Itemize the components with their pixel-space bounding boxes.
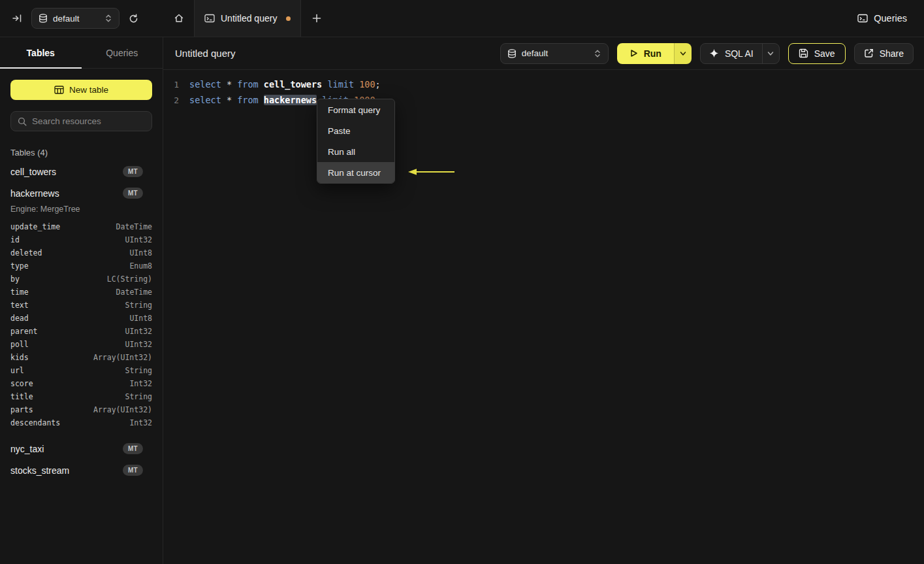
search-input[interactable] [32,116,145,126]
column-type: String [125,392,152,401]
context-menu-item[interactable]: Run at cursor [317,162,394,183]
hackernews-columns: update_timeDateTimeidUInt32deletedUInt8t… [10,220,152,429]
share-button[interactable]: Share [854,43,914,64]
column-row[interactable]: descendantsInt32 [10,416,152,429]
column-name: by [10,274,20,284]
column-name: score [10,379,33,388]
column-row[interactable]: textString [10,299,152,312]
new-tab-icon[interactable] [301,0,332,37]
table-name: stocks_stream [10,465,69,476]
column-row[interactable]: scoreInt32 [10,377,152,390]
database-icon [39,14,48,23]
new-table-button[interactable]: New table [10,80,152,100]
context-menu-item[interactable]: Format query [317,99,394,120]
table-row-cell-towers[interactable]: cell_towers MT [10,161,152,182]
unsaved-changes-dot [286,16,291,21]
context-menu-item[interactable]: Paste [317,120,394,141]
editor-line[interactable]: 1select * from cell_towers limit 100; [163,76,924,92]
chevron-updown-icon [104,14,112,23]
column-name: kids [10,353,29,362]
table-row-stocks-stream[interactable]: stocks_stream MT [10,459,152,481]
column-row[interactable]: update_timeDateTime [10,220,152,233]
search-icon [18,117,27,126]
code-token [354,79,359,90]
column-row[interactable]: urlString [10,364,152,377]
topbar-left-section: default [0,8,163,29]
save-button[interactable]: Save [788,43,846,64]
column-name: dead [10,314,29,323]
collapse-sidebar-icon[interactable] [12,13,22,24]
column-type: Array(UInt32) [93,405,152,414]
column-name: url [10,366,24,375]
query-database-selector[interactable]: default [500,43,609,64]
topbar-right-section: Queries [857,13,924,24]
column-row[interactable]: pollUInt32 [10,338,152,351]
column-row[interactable]: timeDateTime [10,286,152,299]
main-area: Untitled query default [163,37,924,564]
column-name: descendants [10,418,60,427]
code-token [259,95,264,105]
code-token: from [237,95,259,105]
table-row-hackernews[interactable]: hackernews MT [10,182,152,204]
engine-badge: MT [123,443,143,454]
column-type: DateTime [116,222,152,231]
save-icon [799,48,808,58]
sql-editor[interactable]: 1select * from cell_towers limit 100;2se… [163,70,924,108]
sidebar-tab-queries[interactable]: Queries [82,37,163,68]
sidebar-tabs: Tables Queries [0,37,163,69]
query-toolbar: default Run [500,43,914,64]
sidebar-tab-label: Queries [106,48,138,58]
sql-ai-button[interactable]: SQL AI [701,44,762,63]
column-row[interactable]: idUInt32 [10,233,152,246]
line-number: 1 [163,80,179,90]
code-token: select [189,95,221,105]
engine-badge: MT [123,166,143,177]
column-row[interactable]: deadUInt8 [10,312,152,325]
context-menu: Format queryPasteRun allRun at cursor [317,99,395,184]
column-row[interactable]: partsArray(UInt32) [10,403,152,416]
run-options-caret[interactable] [674,43,692,64]
sidebar-body: New table Tables (4) cell_towers MT hack… [0,69,163,492]
column-name: text [10,301,29,310]
query-database-value: default [522,48,549,58]
column-row[interactable]: titleString [10,390,152,403]
sidebar-tab-label: Tables [27,48,55,58]
top-bar: default Untitled query Quer [0,0,924,37]
annotation-arrow [406,167,458,177]
column-row[interactable]: deletedUInt8 [10,246,152,259]
column-row[interactable]: byLC(String) [10,273,152,286]
query-header: Untitled query default [163,37,924,70]
run-play-icon [629,49,638,58]
column-type: String [125,366,152,375]
table-name: cell_towers [10,167,56,177]
column-row[interactable]: kidsArray(UInt32) [10,351,152,364]
sidebar-tab-tables[interactable]: Tables [0,37,82,68]
editor-line[interactable]: 2select * from hackernews limit 1000 [163,92,924,108]
share-button-label: Share [880,48,904,59]
query-tab-icon [204,14,215,23]
context-menu-item[interactable]: Run all [317,141,394,162]
code-token: 100 [359,79,375,90]
code-token: cell_towers [264,79,322,90]
column-name: title [10,392,33,401]
page-title: Untitled query [175,48,236,59]
run-button[interactable]: Run [617,43,674,64]
column-name: type [10,261,29,271]
tab-untitled-query[interactable]: Untitled query [194,0,301,37]
column-row[interactable]: parentUInt32 [10,325,152,338]
table-row-nyc-taxi[interactable]: nyc_taxi MT [10,438,152,459]
column-row[interactable]: typeEnum8 [10,259,152,273]
search-box [10,111,152,131]
new-table-icon [54,86,64,94]
queries-button[interactable]: Queries [857,13,907,24]
chevron-down-icon [679,50,687,58]
home-icon[interactable] [163,0,194,37]
queries-button-label: Queries [874,13,907,24]
column-type: Int32 [129,379,152,388]
sql-ai-caret[interactable] [762,44,779,63]
column-type: Array(UInt32) [93,353,152,362]
code-token: hackernews [264,95,317,105]
refresh-icon[interactable] [129,14,138,24]
tab-label: Untitled query [221,13,277,24]
database-selector[interactable]: default [31,8,119,29]
